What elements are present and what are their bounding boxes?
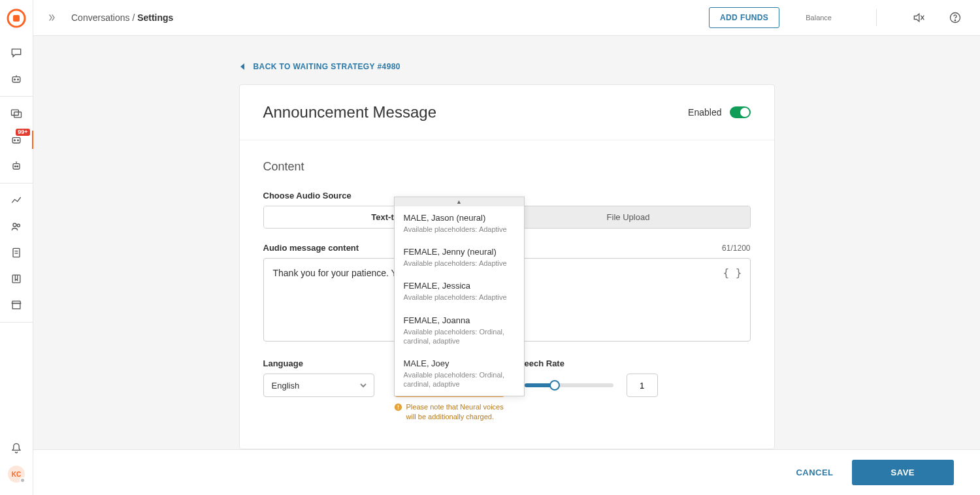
warning-icon (394, 403, 402, 411)
voice-option[interactable]: FEMALE, Jessica Available placeholders: … (395, 274, 524, 308)
speech-rate-slider[interactable] (525, 383, 613, 387)
sidebar-item-docs[interactable] (0, 240, 33, 266)
svg-point-25 (955, 20, 955, 21)
voice-option[interactable]: FEMALE, Jenny (neural) Available placeho… (395, 240, 524, 274)
mute-icon[interactable] (909, 8, 928, 27)
dropdown-scroll-up[interactable]: ▲ (395, 197, 524, 206)
sidebar-item-people[interactable] (0, 214, 33, 240)
svg-point-14 (17, 166, 18, 167)
svg-rect-11 (13, 164, 20, 169)
svg-rect-17 (13, 248, 20, 257)
svg-rect-7 (14, 112, 22, 118)
slider-thumb[interactable] (549, 380, 560, 391)
voice-option[interactable]: FEMALE, Joanna Available placeholders: O… (395, 309, 524, 353)
sidebar-item-conversations[interactable] (0, 40, 33, 66)
svg-rect-21 (12, 304, 20, 309)
sidebar-item-store[interactable] (0, 292, 33, 318)
speech-rate-label: eech Rate (525, 359, 751, 368)
sidebar-item-notifications[interactable] (0, 435, 33, 461)
cancel-button[interactable]: CANCEL (796, 468, 833, 477)
sidebar-avatar[interactable]: KC (0, 461, 33, 487)
save-button[interactable]: SAVE (852, 460, 954, 485)
voice-option[interactable]: MALE, Jason (neural) Available placehold… (395, 206, 524, 240)
language-select[interactable]: English (263, 374, 374, 397)
speech-rate-input[interactable] (627, 374, 658, 397)
sidebar-item-calls[interactable]: 99+ (0, 127, 33, 153)
svg-rect-1 (13, 15, 20, 22)
sidebar-item-bot[interactable] (0, 66, 33, 92)
voice-dropdown[interactable]: ▲ MALE, Jason (neural) Available placeho… (394, 197, 525, 396)
message-content-label: Audio message content (263, 243, 359, 253)
enabled-label: Enabled (688, 107, 721, 118)
sidebar-item-analytics[interactable] (0, 187, 33, 214)
insert-placeholder-icon[interactable]: { } (723, 266, 742, 279)
announcement-card: Announcement Message Enabled Content Cho… (239, 84, 775, 449)
sidebar-badge: 99+ (16, 129, 29, 136)
footer: CANCEL SAVE (33, 449, 980, 495)
breadcrumb: Conversations / Settings (71, 12, 173, 23)
sidebar-item-messages[interactable] (0, 101, 33, 127)
back-arrow-icon (239, 63, 247, 71)
svg-point-3 (14, 79, 16, 80)
svg-point-13 (15, 166, 16, 167)
svg-rect-8 (12, 138, 20, 143)
help-icon[interactable] (946, 8, 964, 27)
back-link[interactable]: BACK TO WAITING STRATEGY #4980 (239, 62, 775, 71)
status-dot (20, 477, 25, 483)
sidebar: 99+ KC (0, 0, 33, 495)
page-title: Announcement Message (263, 103, 437, 121)
content-section-title: Content (263, 160, 751, 174)
svg-point-15 (13, 223, 16, 227)
topbar: Conversations / Settings ADD FUNDS Balan… (33, 0, 980, 36)
add-funds-button[interactable]: ADD FUNDS (709, 7, 779, 28)
svg-point-4 (18, 79, 19, 80)
sidebar-item-bookmarks[interactable] (0, 266, 33, 292)
seg-option-file-upload[interactable]: File Upload (507, 206, 750, 228)
brand-logo (0, 0, 33, 36)
breadcrumb-current: Settings (137, 12, 173, 23)
svg-rect-27 (397, 405, 398, 407)
voice-option[interactable]: MALE, Joey Available placeholders: Ordin… (395, 352, 524, 396)
enabled-toggle[interactable] (730, 106, 751, 118)
chevron-down-icon (359, 381, 367, 389)
language-label: Language (263, 359, 374, 368)
svg-rect-6 (12, 110, 19, 115)
balance-label: Balance (806, 14, 832, 22)
svg-rect-28 (397, 409, 398, 409)
svg-point-9 (14, 140, 16, 141)
breadcrumb-parent[interactable]: Conversations (71, 12, 130, 23)
svg-point-16 (17, 224, 20, 227)
svg-point-10 (18, 140, 19, 141)
expand-sidebar-button[interactable] (44, 10, 59, 25)
voice-warning: Please note that Neural voices will be a… (394, 402, 505, 423)
svg-rect-2 (12, 77, 20, 82)
char-counter: 61/1200 (722, 244, 750, 253)
sidebar-item-automation[interactable] (0, 153, 33, 179)
